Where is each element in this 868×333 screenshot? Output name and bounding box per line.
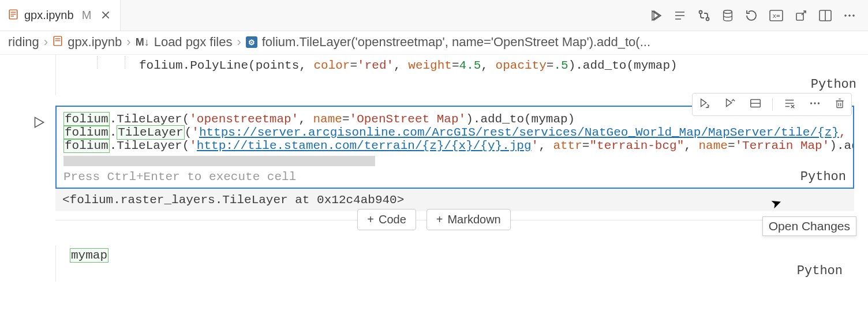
svg-point-20	[844, 14, 847, 17]
code-line[interactable]: mymap	[70, 249, 854, 262]
split-editor-icon[interactable]	[818, 9, 832, 22]
svg-marker-44	[35, 117, 44, 127]
cell-gutter	[0, 106, 55, 189]
add-code-button[interactable]: + Code	[357, 209, 416, 230]
plus-icon: +	[436, 213, 443, 226]
tab-bar: gpx.ipynb M x=	[0, 0, 868, 31]
split-cell-icon[interactable]	[747, 96, 764, 113]
cell-language[interactable]: Python	[800, 170, 846, 184]
svg-point-22	[852, 14, 855, 17]
svg-marker-26	[701, 99, 706, 107]
tooltip: Open Changes	[762, 216, 856, 236]
chevron-icon: ›	[237, 35, 241, 50]
selection-highlight	[63, 156, 375, 166]
active-cell-region: folium.TileLayer('openstreetmap', name='…	[0, 106, 868, 189]
run-by-line-icon[interactable]	[696, 96, 713, 113]
svg-point-11	[699, 10, 702, 13]
more-icon[interactable]	[806, 96, 824, 113]
svg-rect-3	[11, 16, 14, 16]
code-cell-prev[interactable]: folium.PolyLine(points, color='red', wei…	[55, 55, 868, 95]
tab-modified-indicator: M	[82, 9, 92, 22]
notebook-content: folium.PolyLine(points, color='red', wei…	[0, 55, 868, 282]
svg-rect-39	[837, 101, 843, 108]
code-line[interactable]: folium.TileLayer('http://tile.stamen.com…	[63, 139, 846, 152]
breadcrumb-section[interactable]: Load pgx files	[154, 35, 233, 50]
svg-point-12	[706, 17, 709, 20]
svg-point-21	[848, 14, 851, 17]
code-line[interactable]: folium.TileLayer('https://server.arcgiso…	[63, 126, 846, 139]
execute-hint: Press Ctrl+Enter to execute cell	[63, 170, 296, 184]
svg-rect-2	[11, 13, 16, 14]
svg-point-13	[724, 10, 732, 13]
export-icon[interactable]	[794, 9, 808, 23]
svg-text:x=: x=	[772, 12, 780, 20]
svg-point-36	[810, 102, 812, 104]
breadcrumb[interactable]: riding › gpx.ipynb › M↓ Load pgx files ›…	[0, 31, 868, 55]
git-compare-icon[interactable]	[697, 9, 711, 23]
chevron-icon: ›	[126, 35, 130, 50]
code-line[interactable]: folium.PolyLine(points, color='red', wei…	[56, 56, 868, 72]
run-cell-icon[interactable]	[31, 115, 46, 132]
cell-language[interactable]: Python	[811, 77, 856, 92]
markdown-icon: M↓	[136, 36, 149, 48]
clear-outputs-icon[interactable]	[673, 9, 687, 23]
add-code-label: Code	[379, 213, 406, 226]
breadcrumb-symbol[interactable]: folium.TileLayer('openstreetmap', name='…	[262, 35, 650, 50]
add-markdown-button[interactable]: + Markdown	[426, 209, 511, 230]
more-icon[interactable]	[843, 9, 856, 23]
svg-rect-25	[55, 40, 61, 41]
tab-filename: gpx.ipynb	[24, 9, 74, 22]
add-markdown-label: Markdown	[447, 213, 500, 226]
run-all-icon[interactable]	[649, 9, 663, 23]
code-cell-active[interactable]: folium.TileLayer('openstreetmap', name='…	[55, 106, 854, 189]
cell-toolbar	[692, 93, 852, 116]
clear-output-icon[interactable]	[781, 96, 798, 113]
plus-icon: +	[367, 213, 374, 226]
cell-output: <folium.raster_layers.TileLayer at 0x12c…	[55, 189, 854, 211]
delete-cell-icon[interactable]	[832, 96, 848, 113]
breadcrumb-folder[interactable]: riding	[8, 35, 39, 50]
cell-language[interactable]: Python	[797, 264, 843, 278]
restart-icon[interactable]	[744, 9, 758, 23]
notebook-icon	[8, 9, 18, 22]
svg-rect-1	[11, 12, 16, 12]
breadcrumb-file[interactable]: gpx.ipynb	[68, 35, 122, 50]
close-icon[interactable]	[100, 10, 112, 21]
variables-icon[interactable]: x=	[769, 9, 784, 22]
chevron-icon: ›	[44, 35, 48, 50]
python-icon: ⚙	[246, 36, 257, 48]
notebook-icon	[53, 35, 63, 50]
code-cell-next[interactable]: mymap Python	[55, 245, 854, 282]
editor-actions: x=	[649, 9, 868, 23]
add-cell-row: + Code + Markdown	[0, 209, 868, 230]
toolbar-separator	[772, 98, 773, 111]
svg-marker-28	[727, 99, 732, 107]
editor-tab[interactable]: gpx.ipynb M	[0, 0, 121, 31]
svg-point-38	[818, 102, 820, 104]
svg-rect-24	[55, 39, 61, 39]
svg-point-37	[814, 102, 815, 104]
database-icon[interactable]	[721, 9, 734, 23]
execute-above-icon[interactable]	[721, 96, 739, 113]
